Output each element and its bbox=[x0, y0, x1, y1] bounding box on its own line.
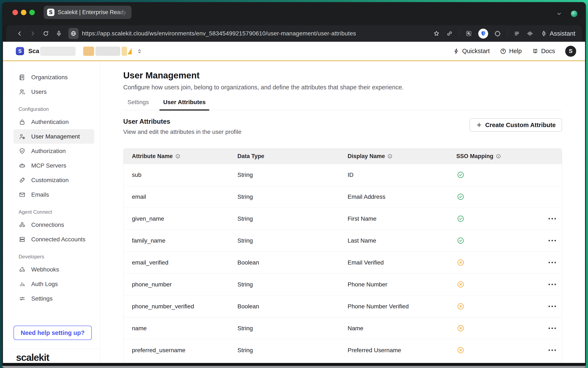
attribute-name-cell: given_name bbox=[124, 215, 237, 222]
redacted-environment-name bbox=[95, 46, 120, 56]
table-row: phone_numberStringPhone Number bbox=[124, 274, 562, 295]
sidebar-item-authorization[interactable]: Authorization bbox=[13, 144, 94, 158]
browser-profile-badge[interactable] bbox=[571, 10, 578, 17]
sidebar-item-auth-logs[interactable]: Auth Logs bbox=[13, 277, 94, 291]
column-label: SSO Mapping bbox=[456, 153, 493, 160]
address-bar[interactable]: https://app.scalekit.cloud/ws/environmen… bbox=[82, 30, 356, 37]
sso-unmapped-x-icon bbox=[457, 259, 549, 267]
sidebar-item-webhooks[interactable]: Webhooks bbox=[13, 262, 94, 277]
sidebar-item-connected-accounts[interactable]: Connected Accounts bbox=[13, 232, 94, 247]
workspace-name[interactable]: Sca bbox=[28, 48, 39, 55]
display-name-cell: Preferred Username bbox=[347, 347, 456, 354]
sidebar-item-organizations[interactable]: Organizations bbox=[13, 70, 94, 84]
sidebar-item-customization[interactable]: Customization bbox=[13, 173, 94, 187]
assistant-button[interactable]: Assistant bbox=[540, 30, 575, 37]
row-actions-cell bbox=[549, 306, 562, 307]
quickstart-button[interactable]: Quickstart bbox=[453, 48, 490, 55]
extensions-puzzle-icon[interactable] bbox=[494, 30, 501, 37]
sidebar-section-label: Developers bbox=[19, 252, 100, 261]
sidebar-item-settings[interactable]: Settings bbox=[13, 291, 94, 306]
main-content: User Management Configure how users join… bbox=[100, 61, 585, 363]
back-icon[interactable] bbox=[16, 30, 23, 37]
user-avatar[interactable]: S bbox=[565, 46, 576, 57]
tab-title: Scalekit | Enterprise Ready A bbox=[58, 9, 131, 16]
row-actions-cell bbox=[549, 328, 562, 329]
lock-icon bbox=[19, 119, 26, 126]
row-menu-button[interactable] bbox=[549, 284, 562, 285]
organizations-icon bbox=[19, 74, 26, 81]
docs-label: Docs bbox=[541, 48, 555, 55]
microphone-icon[interactable] bbox=[55, 30, 62, 37]
redacted-workspace-name bbox=[40, 46, 76, 56]
data-type-cell: String bbox=[237, 347, 347, 354]
sso-unmapped-x-icon bbox=[457, 346, 549, 354]
toolbar-divider bbox=[507, 29, 507, 37]
reload-icon[interactable] bbox=[42, 30, 49, 37]
bookmark-star-icon[interactable] bbox=[433, 30, 440, 37]
sidebar-item-users[interactable]: Users bbox=[13, 84, 94, 99]
browser-tab[interactable]: S Scalekit | Enterprise Ready A bbox=[44, 6, 132, 19]
row-menu-button[interactable] bbox=[549, 262, 562, 263]
forward-icon[interactable] bbox=[29, 30, 36, 37]
sliders-icon bbox=[19, 295, 26, 302]
column-label: Attribute Name bbox=[132, 153, 173, 160]
section-heading: User Attributes bbox=[123, 118, 241, 125]
webhook-icon bbox=[19, 266, 26, 273]
copy-link-icon[interactable] bbox=[446, 30, 453, 37]
redacted-environment-tag bbox=[122, 46, 127, 56]
sidebar-item-emails[interactable]: Emails bbox=[13, 187, 94, 202]
minimize-window-button[interactable] bbox=[21, 10, 26, 15]
tab-user-attributes[interactable]: User Attributes bbox=[159, 98, 209, 110]
sso-mapping-cell bbox=[456, 193, 549, 201]
sidebar-item-label: Settings bbox=[31, 295, 53, 302]
site-info-button[interactable] bbox=[68, 28, 78, 39]
data-type-cell: Boolean bbox=[237, 303, 347, 310]
robot-icon bbox=[19, 162, 26, 169]
toolbar-divider bbox=[459, 29, 459, 37]
window-bottom-strip bbox=[2, 366, 586, 368]
docs-button[interactable]: Docs bbox=[532, 48, 555, 55]
row-menu-button[interactable] bbox=[549, 218, 562, 219]
workspace-selector-icon[interactable] bbox=[136, 48, 143, 54]
tab-settings[interactable]: Settings bbox=[127, 98, 149, 110]
chevron-down-icon[interactable] bbox=[556, 10, 562, 17]
sidebar-item-connections[interactable]: Connections bbox=[13, 218, 94, 232]
sidebar-item-authentication[interactable]: Authentication bbox=[13, 115, 94, 129]
sidebar-item-mcp-servers[interactable]: MCP Servers bbox=[13, 158, 94, 173]
sso-mapped-check-icon bbox=[457, 193, 549, 201]
data-type-cell: String bbox=[237, 281, 347, 288]
info-icon[interactable] bbox=[387, 154, 393, 159]
help-circle-icon bbox=[500, 48, 507, 55]
row-menu-button[interactable] bbox=[549, 240, 562, 241]
password-manager-extension-icon[interactable] bbox=[478, 29, 488, 38]
row-menu-button[interactable] bbox=[549, 350, 562, 351]
table-row: given_nameStringFirst Name bbox=[124, 208, 562, 230]
tabs-divider bbox=[123, 110, 562, 110]
zoom-window-button[interactable] bbox=[29, 10, 35, 15]
close-window-button[interactable] bbox=[12, 10, 18, 15]
row-menu-button[interactable] bbox=[549, 328, 562, 329]
book-icon bbox=[532, 48, 539, 55]
info-icon[interactable] bbox=[175, 154, 181, 159]
help-button[interactable]: Help bbox=[500, 48, 522, 55]
column-header-sso-mapping: SSO Mapping bbox=[456, 153, 549, 160]
table-body: subStringIDemailStringEmail Addressgiven… bbox=[124, 164, 562, 361]
sidebar-item-label: Customization bbox=[31, 177, 68, 184]
info-icon[interactable] bbox=[496, 154, 501, 159]
row-menu-button[interactable] bbox=[549, 306, 562, 307]
stack-icon bbox=[19, 236, 26, 243]
page-tabs: SettingsUser Attributes bbox=[123, 98, 562, 110]
sso-unmapped-x-icon bbox=[457, 281, 549, 288]
search-in-page-icon[interactable] bbox=[465, 30, 472, 37]
sso-mapping-cell bbox=[456, 281, 549, 288]
reader-list-icon[interactable] bbox=[513, 30, 521, 37]
audio-equalizer-icon[interactable] bbox=[526, 30, 534, 37]
sidebar-item-user-management[interactable]: User Management bbox=[13, 129, 94, 144]
create-custom-attribute-button[interactable]: Create Custom Attribute bbox=[470, 118, 562, 132]
need-help-button[interactable]: Need help setting up? bbox=[13, 326, 92, 340]
warning-triangle-icon bbox=[127, 48, 132, 54]
row-actions-cell bbox=[549, 284, 562, 285]
display-name-cell: Name bbox=[347, 325, 456, 332]
data-type-cell: String bbox=[237, 193, 347, 200]
display-name-cell: Phone Number Verified bbox=[347, 303, 456, 310]
